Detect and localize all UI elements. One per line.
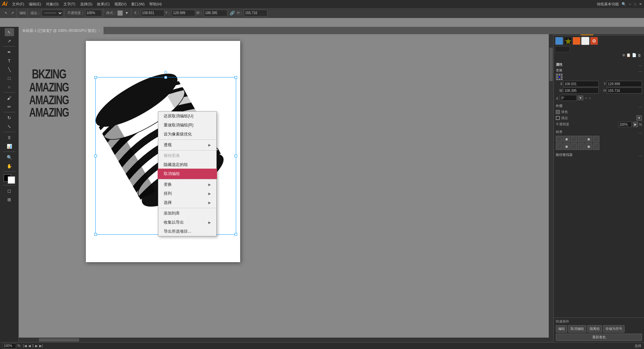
ctx-ungroup[interactable]: 取消编组 — [158, 169, 216, 178]
qa-save-symbol-btn[interactable]: 存储为符号 — [603, 325, 625, 333]
menu-select[interactable]: 选择(S) — [78, 1, 95, 7]
align-center-h-btn[interactable]: ▣ — [563, 136, 570, 142]
ctx-rasterize[interactable]: 栅格图像 — [158, 151, 216, 160]
next-page-btn[interactable]: ▶ — [35, 344, 38, 348]
fx-label[interactable]: fx — [639, 123, 642, 126]
scroll-thumb-v[interactable] — [549, 48, 553, 81]
swatch-white[interactable] — [581, 37, 589, 45]
pathfinder-expand[interactable]: … — [639, 153, 642, 157]
properties-expand-icon[interactable]: … — [639, 63, 642, 67]
tf-x-input[interactable] — [563, 81, 599, 87]
last-page-btn[interactable]: ▶| — [39, 344, 43, 348]
menu-file[interactable]: 文件(F) — [10, 1, 26, 7]
dist-top-btn[interactable]: ⬛ — [578, 143, 585, 150]
direct-tool-btn[interactable]: ↗ — [5, 37, 14, 45]
scale-tool-btn[interactable]: ⤡ — [5, 122, 14, 130]
swatch-delete-icon[interactable]: 🗑 — [638, 53, 641, 57]
swatch-dark-star[interactable] — [564, 37, 572, 45]
vertical-scrollbar[interactable] — [549, 34, 553, 342]
rect-tool-btn[interactable]: □ — [5, 74, 14, 82]
swatch-new-icon[interactable]: 📄 — [632, 53, 637, 57]
swatch-add-icon[interactable]: ⊕ — [622, 53, 625, 57]
dist-right-btn[interactable]: ⬛ — [571, 143, 577, 150]
x-input[interactable] — [141, 10, 164, 16]
transform-expand[interactable]: … — [639, 69, 642, 72]
tf-w-input[interactable] — [563, 88, 599, 94]
ctx-arrange[interactable]: 排列 ▶ — [158, 189, 216, 198]
w-input[interactable] — [204, 10, 227, 16]
angle-input[interactable] — [560, 95, 577, 101]
ellipse-tool-btn[interactable]: ○ — [5, 83, 14, 91]
zoom-input[interactable] — [3, 343, 16, 349]
align-top-btn[interactable]: ⬛ — [578, 136, 585, 142]
prev-page-btn[interactable]: ◀ — [28, 344, 31, 348]
qa-group-btn[interactable]: 编组 — [556, 325, 567, 333]
qa-ungroup-btn[interactable]: 取消编组 — [568, 325, 586, 333]
line-tool-btn[interactable]: ╲ — [5, 65, 14, 73]
menu-window[interactable]: 窗口(W) — [129, 1, 147, 7]
selection-tool-btn[interactable]: ↖ — [5, 28, 14, 36]
first-page-btn[interactable]: |◀ — [23, 344, 27, 348]
type-tool-btn[interactable]: T — [5, 57, 14, 65]
paint-tool-btn[interactable]: 🖌 — [5, 94, 14, 102]
chart-tool-btn[interactable]: 📊 — [5, 142, 14, 150]
pencil-tool-btn[interactable]: ✏ — [5, 103, 14, 111]
document-tab[interactable]: 未标题-1 [已恢复]* @ 100% (RGB/GPU 预览) × — [19, 27, 104, 34]
close-icon[interactable]: ✕ — [639, 2, 642, 6]
menu-object[interactable]: 对象(O) — [44, 1, 61, 7]
search-icon[interactable]: 🔍 — [622, 2, 626, 6]
menu-edit[interactable]: 编辑(E) — [27, 1, 43, 7]
ctx-redo-ungroup[interactable]: 重做取消编组(R) — [158, 121, 216, 130]
select-tool-btn[interactable]: ↖ — [3, 10, 9, 15]
tf-y-input[interactable] — [607, 81, 642, 87]
tab-close-btn[interactable]: × — [98, 29, 100, 33]
align-left-btn[interactable]: ⬛ — [556, 136, 562, 142]
align-expand[interactable]: … — [639, 130, 642, 134]
reflect-y-icon[interactable]: ↕ — [589, 96, 591, 100]
swatch-list-icon[interactable]: 📋 — [626, 53, 631, 57]
ctx-add-to-library[interactable]: 添加到库 — [158, 209, 216, 218]
handle-mid-right[interactable] — [234, 155, 237, 157]
opacity-input[interactable] — [85, 10, 102, 16]
swatch-blue[interactable] — [555, 37, 563, 45]
swatch-orange[interactable] — [573, 37, 581, 45]
blend-tool-btn[interactable]: ⧖ — [5, 133, 14, 141]
y-input[interactable] — [172, 10, 195, 16]
align-right-btn[interactable]: ⬛ — [571, 136, 577, 142]
dist-center-h-btn[interactable]: ▣ — [563, 143, 570, 150]
background-color[interactable] — [8, 176, 15, 184]
tf-h-input[interactable] — [607, 88, 642, 94]
ctx-export-selected[interactable]: 导出所选项目... — [158, 227, 216, 236]
stroke-value-btn[interactable]: ▼ — [636, 115, 642, 121]
ctx-undo-ungroup[interactable]: 还原取消编组(U) — [158, 112, 216, 121]
style-dropdown-btn[interactable]: ▼ — [124, 10, 130, 15]
minimize-icon[interactable]: ─ — [629, 2, 632, 6]
screen-mode-btn[interactable]: ⊞ — [5, 195, 14, 203]
ctx-transform[interactable]: 变换 ▶ — [158, 180, 216, 189]
swatch-gear[interactable]: ⚙ — [590, 37, 598, 45]
angle-dropdown[interactable]: ▼ — [578, 96, 583, 100]
horizontal-scrollbar[interactable] — [19, 338, 549, 342]
ctx-collect-export[interactable]: 收集以导出 ▶ — [158, 218, 216, 227]
opacity-app-input[interactable] — [618, 122, 632, 127]
qa-recolor-btn[interactable]: 重新着色 — [556, 334, 642, 341]
dist-bottom-btn[interactable]: ⬛ — [593, 143, 599, 150]
qa-isolate-btn[interactable]: 隔离组 — [587, 325, 602, 333]
style-color-box[interactable] — [117, 10, 123, 16]
constrain-btn[interactable]: 🔗 — [228, 10, 236, 16]
handle-bot-left[interactable] — [94, 233, 97, 236]
ctx-hide-group[interactable]: 隐藏选定的组 — [158, 160, 216, 169]
ctx-pixel-optimize[interactable]: 设为像素级优化 — [158, 130, 216, 139]
zoom-tool-btn[interactable]: 🔍 — [5, 153, 14, 161]
fill-swatch-icon[interactable] — [556, 110, 560, 114]
h-input[interactable] — [244, 10, 267, 16]
ctx-perspective[interactable]: 透视 ▶ — [158, 140, 216, 150]
menu-effect[interactable]: 效果(C) — [95, 1, 111, 7]
rotate-tool-btn[interactable]: ↻ — [5, 114, 14, 122]
maximize-icon[interactable]: □ — [634, 2, 636, 6]
draw-mode-btn[interactable]: ◻ — [5, 187, 14, 195]
menu-text[interactable]: 文字(T) — [61, 1, 77, 7]
dist-center-v-btn[interactable]: ▣ — [585, 143, 592, 150]
align-bottom-btn[interactable]: ⬛ — [593, 136, 599, 142]
scroll-thumb-h[interactable] — [39, 338, 79, 342]
